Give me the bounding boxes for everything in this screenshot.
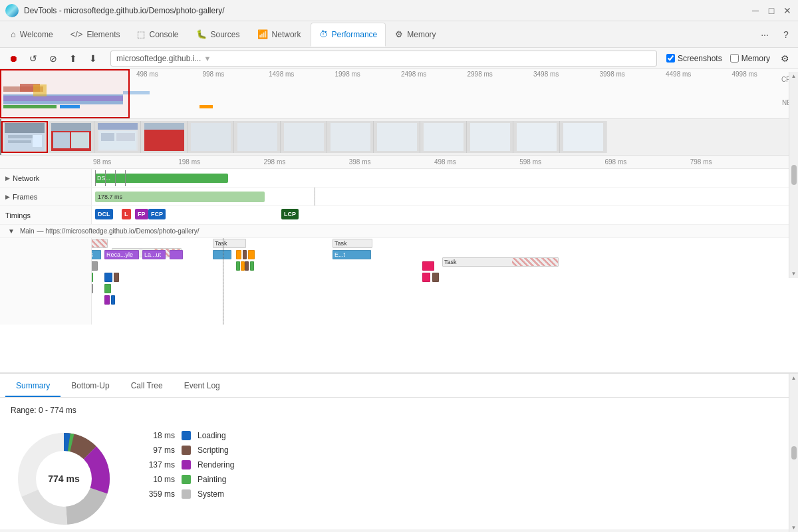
sub-task-et[interactable]: E...t — [332, 250, 371, 259]
d-mark-5: 598 ms — [519, 158, 604, 166]
sub-task-br2[interactable] — [114, 273, 119, 282]
screenshot-thumb-7[interactable] — [327, 121, 374, 153]
tab-bottom-up[interactable]: Bottom-Up — [61, 376, 120, 397]
upload-button[interactable]: ⬇ — [85, 51, 101, 66]
timeline-scrollbar[interactable]: ▲ ▼ — [789, 72, 798, 278]
donut-chart: 774 ms — [11, 426, 117, 532]
tab-performance[interactable]: ⏱ Performance — [311, 23, 386, 47]
sub-task-g3[interactable] — [250, 261, 254, 271]
tab-welcome-label: Welcome — [20, 30, 53, 39]
screenshot-thumb-6[interactable] — [281, 121, 327, 153]
sub-sm-3[interactable] — [111, 295, 115, 305]
screenshot-thumb-0[interactable] — [1, 121, 48, 153]
scroll-thumb[interactable] — [791, 165, 797, 185]
sub-task-pink2[interactable] — [422, 273, 430, 282]
overview-panel[interactable]: 498 ms 998 ms 1498 ms 1998 ms 2498 ms 29… — [0, 69, 798, 119]
tab-network[interactable]: 📶 Network — [249, 23, 309, 47]
task-bar-4[interactable]: Task — [213, 239, 246, 248]
bottom-scroll-up[interactable]: ▲ — [791, 375, 797, 381]
frames-bar-0[interactable]: 178.7 ms — [95, 192, 265, 202]
timing-fp[interactable]: FP — [135, 209, 148, 219]
screenshot-thumb-5[interactable] — [234, 121, 281, 153]
screenshot-thumb-4[interactable] — [188, 121, 234, 153]
scroll-down-button[interactable]: ▼ — [791, 271, 797, 277]
task-row-4: (... (... — [0, 283, 798, 294]
minimize-button[interactable]: ─ — [750, 5, 761, 16]
clear-button[interactable]: ⬆ — [65, 51, 81, 66]
screenshot-thumb-12[interactable] — [560, 121, 606, 153]
sub-task-sm1[interactable] — [104, 284, 111, 293]
sub-task-extra[interactable] — [170, 250, 183, 259]
svg-rect-22 — [116, 133, 135, 141]
tab-sources[interactable]: 🐛 Sources — [188, 23, 248, 47]
sub-task-pink[interactable] — [422, 261, 434, 271]
legend-item-loading: 18 ms Loading — [138, 431, 234, 440]
scroll-up-button[interactable]: ▲ — [791, 73, 797, 79]
svg-rect-10 — [5, 123, 45, 133]
more-tools-button[interactable]: ··· — [755, 25, 774, 44]
sub-task-net[interactable] — [213, 250, 231, 259]
bottom-tabs: Summary Bottom-Up Call Tree Event Log — [0, 374, 798, 398]
maximize-button[interactable]: □ — [766, 5, 777, 16]
reload-record-button[interactable]: ↺ — [25, 51, 41, 66]
close-button[interactable]: ✕ — [782, 5, 793, 16]
sub-sm-2[interactable] — [104, 295, 110, 305]
svg-rect-24 — [144, 123, 184, 130]
ruler-mark-0: 498 ms — [136, 70, 203, 78]
main-expand-arrow[interactable]: ▼ — [5, 227, 15, 235]
sub-task-br3[interactable] — [432, 273, 439, 282]
timing-dcl[interactable]: DCL — [95, 209, 113, 219]
stop-button[interactable]: ⊘ — [45, 51, 61, 66]
timing-lcp[interactable]: LCP — [281, 209, 299, 219]
screenshot-img-7 — [331, 123, 370, 151]
frames-expand-arrow[interactable]: ▶ — [5, 194, 10, 200]
ruler-mark-5: 2998 ms — [467, 70, 534, 78]
timing-fcp[interactable]: FCP — [148, 209, 166, 219]
sub-task-bl0[interactable] — [104, 273, 112, 282]
network-expand-arrow[interactable]: ▶ — [5, 175, 10, 182]
settings-button[interactable]: ⚙ — [777, 51, 793, 66]
task-bar-5[interactable]: Task — [332, 239, 372, 248]
main-label-text: Main — [17, 227, 35, 235]
svg-rect-33 — [563, 123, 603, 151]
record-button[interactable]: ⏺ — [5, 51, 21, 66]
tab-memory[interactable]: ⚙ Memory — [387, 23, 444, 47]
overview-selection[interactable] — [0, 69, 130, 118]
sub-task-g0[interactable] — [236, 261, 240, 271]
url-dropdown[interactable]: ▼ — [203, 55, 211, 63]
screenshot-thumb-11[interactable] — [513, 121, 560, 153]
screenshot-thumb-10[interactable] — [467, 121, 513, 153]
bottom-scrollbar[interactable]: ▲ ▼ — [789, 374, 798, 532]
help-button[interactable]: ? — [777, 25, 795, 44]
main-url-text: — https://microsoftedge.github.io/Demos/… — [35, 227, 200, 235]
tab-call-tree[interactable]: Call Tree — [120, 376, 174, 397]
sub-task-s1[interactable] — [243, 250, 247, 259]
svg-rect-21 — [101, 133, 114, 141]
tab-elements[interactable]: </> Elements — [63, 23, 128, 47]
screenshot-thumb-1[interactable] — [48, 121, 94, 153]
tab-welcome[interactable]: ⌂ Welcome — [3, 23, 61, 47]
sub-task-g2[interactable] — [245, 261, 249, 271]
svg-rect-12 — [8, 140, 31, 143]
sub-task-reca[interactable]: Reca...yle — [104, 250, 139, 259]
screenshot-thumb-8[interactable] — [374, 121, 420, 153]
task-row-3: po...ry — [0, 272, 798, 283]
sub-task-s0[interactable] — [236, 250, 241, 259]
timing-l[interactable]: L — [122, 209, 131, 219]
sub-task-s2[interactable] — [248, 250, 255, 259]
screenshots-checkbox[interactable]: Screenshots — [666, 54, 722, 63]
summary-content: 774 ms 18 ms Loading 97 ms Scripting — [11, 426, 787, 532]
legend-system-label: System — [198, 489, 224, 499]
screenshot-thumb-3[interactable] — [141, 121, 188, 153]
bottom-scroll-down[interactable]: ▼ — [791, 525, 797, 531]
sub-task-la[interactable]: La...ut — [142, 250, 166, 259]
bottom-scroll-thumb[interactable] — [791, 446, 797, 460]
screenshot-thumb-9[interactable] — [420, 121, 467, 153]
tab-event-log[interactable]: Event Log — [174, 376, 231, 397]
memory-checkbox[interactable]: Memory — [730, 54, 770, 63]
screenshot-thumb-2[interactable] — [94, 121, 141, 153]
svg-rect-13 — [33, 135, 42, 147]
tab-summary[interactable]: Summary — [5, 376, 61, 397]
tab-console[interactable]: ⬚ Console — [129, 23, 186, 47]
ruler-mark-6: 3498 ms — [533, 70, 600, 78]
